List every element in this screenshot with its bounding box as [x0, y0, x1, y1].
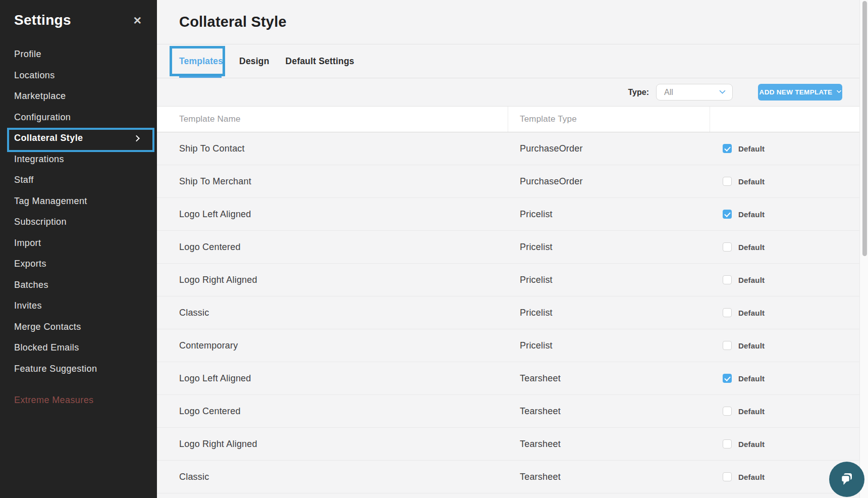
- chevron-down-icon: [719, 87, 726, 94]
- default-checkbox[interactable]: [723, 341, 732, 350]
- sidebar-item-tag-management[interactable]: Tag Management: [0, 191, 157, 212]
- sidebar-item-extreme-measures[interactable]: Extreme Measures: [0, 390, 157, 411]
- sidebar-item-blocked-emails[interactable]: Blocked Emails: [0, 337, 157, 359]
- sidebar-item-marketplace[interactable]: Marketplace: [0, 86, 157, 107]
- sidebar-header: Settings ✕: [0, 0, 157, 28]
- table-row[interactable]: Ship To Merchant PurchaseOrder Default: [157, 165, 859, 198]
- type-filter-dropdown[interactable]: All: [656, 84, 733, 101]
- default-label: Default: [738, 407, 765, 416]
- chat-widget-button[interactable]: [829, 462, 864, 497]
- table-row[interactable]: Contemporary Pricelist Default: [157, 329, 859, 362]
- sidebar-item-exports[interactable]: Exports: [0, 254, 157, 275]
- table-row[interactable]: Classic Pricelist Default: [157, 296, 859, 329]
- table-row[interactable]: Ship To Contact PurchaseOrder Default: [157, 132, 859, 165]
- default-checkbox[interactable]: [723, 144, 732, 153]
- table-row[interactable]: Logo Left Aligned Tearsheet Default: [157, 362, 859, 395]
- sidebar-item-batches[interactable]: Batches: [0, 275, 157, 296]
- default-checkbox[interactable]: [723, 177, 732, 186]
- default-label: Default: [738, 309, 765, 317]
- vertical-scrollbar[interactable]: [859, 0, 868, 498]
- default-label: Default: [738, 473, 765, 481]
- column-header-template-name: Template Name: [157, 107, 508, 132]
- sidebar-item-collateral-style[interactable]: Collateral Style: [0, 128, 157, 149]
- chevron-right-icon: [133, 135, 140, 141]
- sidebar-item-import[interactable]: Import: [0, 233, 157, 254]
- template-table-body: Ship To Contact PurchaseOrder Default Sh…: [157, 132, 859, 493]
- sidebar-item-invites[interactable]: Invites: [0, 295, 157, 317]
- tab-default-settings[interactable]: Default Settings: [286, 56, 354, 67]
- default-label: Default: [738, 276, 765, 284]
- default-label: Default: [738, 374, 765, 383]
- default-checkbox[interactable]: [723, 210, 732, 219]
- type-filter-label: Type:: [628, 88, 649, 97]
- sidebar-item-configuration[interactable]: Configuration: [0, 107, 157, 128]
- chevron-down-icon: [837, 88, 842, 93]
- settings-page: { "colors": { "accent_blue": "#55aae8", …: [0, 0, 868, 498]
- add-new-template-button[interactable]: ADD NEW TEMPLATE: [758, 84, 842, 101]
- title-bar: Collateral Style: [157, 0, 859, 44]
- sidebar-item-feature-suggestion[interactable]: Feature Suggestion: [0, 359, 157, 380]
- active-tab-underline: [179, 75, 222, 78]
- table-row[interactable]: Classic Tearsheet Default: [157, 461, 859, 493]
- settings-sidebar: Settings ✕ Profile Locations Marketplace…: [0, 0, 157, 498]
- sidebar-item-merge-contacts[interactable]: Merge Contacts: [0, 317, 157, 338]
- tab-design[interactable]: Design: [239, 56, 269, 67]
- main-content: Collateral Style Templates Design Defaul…: [157, 0, 859, 498]
- default-checkbox[interactable]: [723, 472, 732, 481]
- column-header-template-type: Template Type: [508, 107, 710, 132]
- page-title: Collateral Style: [179, 14, 287, 30]
- default-label: Default: [738, 144, 765, 153]
- default-checkbox[interactable]: [723, 407, 732, 416]
- sidebar-item-locations[interactable]: Locations: [0, 65, 157, 86]
- default-label: Default: [738, 440, 765, 449]
- sidebar-item-profile[interactable]: Profile: [0, 44, 157, 65]
- table-header: Template Name Template Type: [157, 106, 859, 132]
- chat-bubbles-icon: [837, 470, 856, 489]
- sidebar-item-integrations[interactable]: Integrations: [0, 149, 157, 170]
- type-filter-value: All: [664, 88, 673, 97]
- table-row[interactable]: Logo Left Aligned Pricelist Default: [157, 198, 859, 231]
- scrollbar-thumb[interactable]: [862, 1, 867, 256]
- default-label: Default: [738, 177, 765, 186]
- default-checkbox[interactable]: [723, 308, 732, 317]
- table-row[interactable]: Logo Centered Tearsheet Default: [157, 395, 859, 428]
- default-checkbox[interactable]: [723, 275, 732, 284]
- column-header-actions: [710, 107, 859, 132]
- tabs-bar: Templates Design Default Settings: [157, 44, 859, 78]
- default-checkbox[interactable]: [723, 439, 732, 449]
- close-icon[interactable]: ✕: [133, 15, 142, 26]
- filter-bar: Type: All ADD NEW TEMPLATE: [157, 78, 859, 106]
- default-label: Default: [738, 210, 765, 219]
- sidebar-title: Settings: [14, 12, 71, 28]
- sidebar-nav: Profile Locations Marketplace Configurat…: [0, 44, 157, 411]
- sidebar-item-subscription[interactable]: Subscription: [0, 212, 157, 233]
- default-checkbox[interactable]: [723, 374, 732, 383]
- table-row[interactable]: Logo Right Aligned Pricelist Default: [157, 264, 859, 296]
- table-row[interactable]: Logo Right Aligned Tearsheet Default: [157, 428, 859, 461]
- default-checkbox[interactable]: [723, 242, 732, 252]
- default-label: Default: [738, 243, 765, 252]
- default-label: Default: [738, 341, 765, 350]
- table-row[interactable]: Logo Centered Pricelist Default: [157, 231, 859, 264]
- tab-templates[interactable]: Templates: [179, 56, 223, 67]
- sidebar-item-staff[interactable]: Staff: [0, 170, 157, 191]
